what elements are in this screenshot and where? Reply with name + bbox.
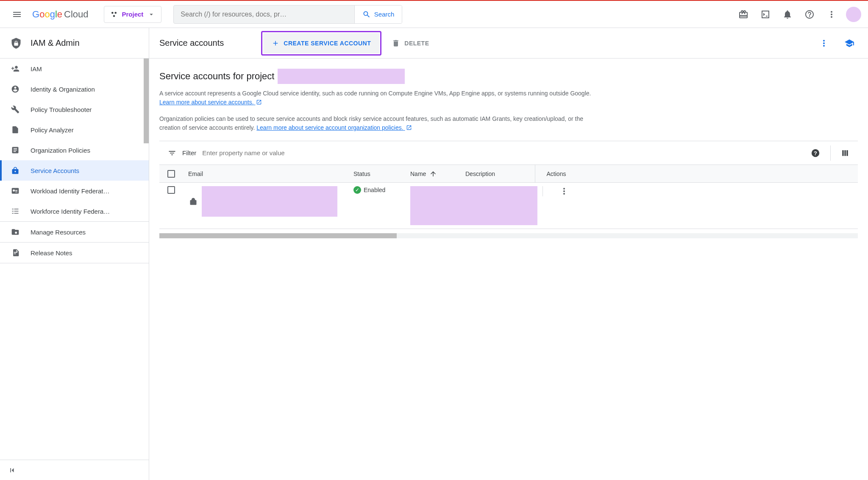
- sidebar-collapse-button[interactable]: [0, 460, 149, 480]
- learn-icon[interactable]: [841, 35, 858, 52]
- sidebar-item-release-notes[interactable]: Release Notes: [0, 243, 149, 263]
- folder-gear-icon: [10, 228, 20, 236]
- sidebar-item-org-policies[interactable]: Organization Policies: [0, 140, 149, 160]
- filter-label: Filter: [182, 149, 196, 156]
- filter-bar: Filter ?: [159, 141, 858, 165]
- table-row: ✓ Enabled: [159, 183, 858, 229]
- list-icon: [10, 207, 20, 215]
- search-bar: Search: [173, 5, 402, 24]
- sidebar-item-iam[interactable]: IAM: [0, 59, 149, 79]
- col-description[interactable]: Description: [460, 170, 535, 177]
- more-icon[interactable]: [822, 5, 841, 24]
- sidebar-title: IAM & Admin: [31, 38, 80, 48]
- description-1: A service account represents a Google Cl…: [159, 89, 592, 107]
- google-cloud-logo[interactable]: Google Cloud: [32, 9, 89, 20]
- check-icon: ✓: [353, 186, 361, 194]
- redacted-email: [202, 186, 337, 217]
- learn-more-service-accounts-link[interactable]: Learn more about service accounts.: [159, 99, 262, 106]
- search-button[interactable]: Search: [354, 6, 402, 23]
- shield-icon: [10, 37, 22, 49]
- svg-point-1: [114, 12, 117, 14]
- project-picker[interactable]: Project: [104, 6, 162, 23]
- col-actions: Actions: [535, 165, 577, 182]
- row-actions-icon[interactable]: [559, 186, 569, 196]
- svg-text:?: ?: [814, 150, 817, 156]
- sidebar-item-workload-identity[interactable]: Workload Identity Federat…: [0, 181, 149, 201]
- filter-icon: [168, 149, 176, 157]
- sidebar-item-identity-org[interactable]: Identity & Organization: [0, 79, 149, 99]
- sidebar-header: IAM & Admin: [0, 28, 149, 59]
- col-name[interactable]: Name: [405, 170, 460, 178]
- page-toolbar-title: Service accounts: [159, 38, 224, 48]
- cloud-shell-icon[interactable]: [756, 5, 775, 24]
- description-2: Organization policies can be used to sec…: [159, 114, 592, 132]
- chevron-left-icon: [8, 466, 17, 474]
- trash-icon: [392, 39, 400, 47]
- person-circle-icon: [10, 85, 20, 93]
- header-utility-icons: [734, 5, 861, 24]
- sidebar-item-manage-resources[interactable]: Manage Resources: [0, 222, 149, 242]
- service-accounts-table: Email Status Name Description Actions ✓: [159, 165, 858, 229]
- gift-icon[interactable]: [734, 5, 753, 24]
- help-filled-icon[interactable]: ?: [811, 148, 820, 158]
- external-link-icon: [256, 99, 262, 105]
- doc-search-icon: [10, 126, 20, 134]
- col-status[interactable]: Status: [348, 170, 405, 177]
- list-box-icon: [10, 146, 20, 154]
- delete-button[interactable]: DELETE: [392, 39, 429, 47]
- horizontal-scrollbar[interactable]: [159, 233, 858, 238]
- search-icon: [362, 10, 371, 19]
- sidebar-item-workforce-identity[interactable]: Workforce Identity Federa…: [0, 201, 149, 221]
- chevron-down-icon: [147, 11, 155, 18]
- key-account-icon: [10, 166, 20, 175]
- page-toolbar: Service accounts CREATE SERVICE ACCOUNT …: [149, 28, 868, 59]
- select-all-checkbox[interactable]: [167, 170, 175, 178]
- table-header: Email Status Name Description Actions: [159, 165, 858, 183]
- filter-input[interactable]: [202, 149, 805, 156]
- create-service-account-button[interactable]: CREATE SERVICE ACCOUNT: [263, 33, 379, 53]
- help-icon[interactable]: [800, 5, 819, 24]
- sort-asc-icon: [429, 170, 437, 178]
- project-icon: [110, 11, 118, 18]
- wrench-icon: [10, 105, 20, 114]
- col-email[interactable]: Email: [183, 170, 348, 177]
- svg-point-0: [111, 12, 114, 14]
- badge-icon: [10, 187, 20, 195]
- sidebar-item-policy-analyzer[interactable]: Policy Analyzer: [0, 120, 149, 140]
- service-account-icon: [188, 197, 198, 206]
- sidebar-item-service-accounts[interactable]: Service Accounts: [0, 160, 149, 181]
- sidebar-scrollbar[interactable]: [144, 59, 149, 143]
- section-title: Service accounts for project: [159, 71, 274, 82]
- note-icon: [10, 248, 20, 257]
- main-content: Service accounts CREATE SERVICE ACCOUNT …: [149, 28, 868, 480]
- columns-icon[interactable]: [841, 149, 849, 157]
- person-add-icon: [10, 64, 20, 73]
- global-header: Google Cloud Project Search: [0, 1, 868, 28]
- redacted-name-description: [410, 186, 537, 225]
- toolbar-more-icon[interactable]: [815, 35, 832, 52]
- user-avatar[interactable]: [846, 7, 861, 22]
- redacted-project-name: [278, 69, 405, 84]
- notifications-icon[interactable]: [778, 5, 797, 24]
- plus-icon: [272, 39, 279, 47]
- row-checkbox[interactable]: [167, 186, 175, 194]
- external-link-icon: [406, 125, 412, 131]
- hamburger-icon: [12, 9, 22, 20]
- svg-point-2: [113, 15, 115, 17]
- status-badge: ✓ Enabled: [353, 186, 385, 194]
- menu-button[interactable]: [7, 4, 27, 25]
- sidebar: IAM & Admin IAM Identity & Organization …: [0, 28, 149, 480]
- sidebar-item-policy-troubleshooter[interactable]: Policy Troubleshooter: [0, 99, 149, 120]
- create-service-account-highlight: CREATE SERVICE ACCOUNT: [261, 31, 381, 56]
- learn-more-org-policies-link[interactable]: Learn more about service account organiz…: [256, 124, 412, 131]
- search-input[interactable]: [174, 6, 354, 23]
